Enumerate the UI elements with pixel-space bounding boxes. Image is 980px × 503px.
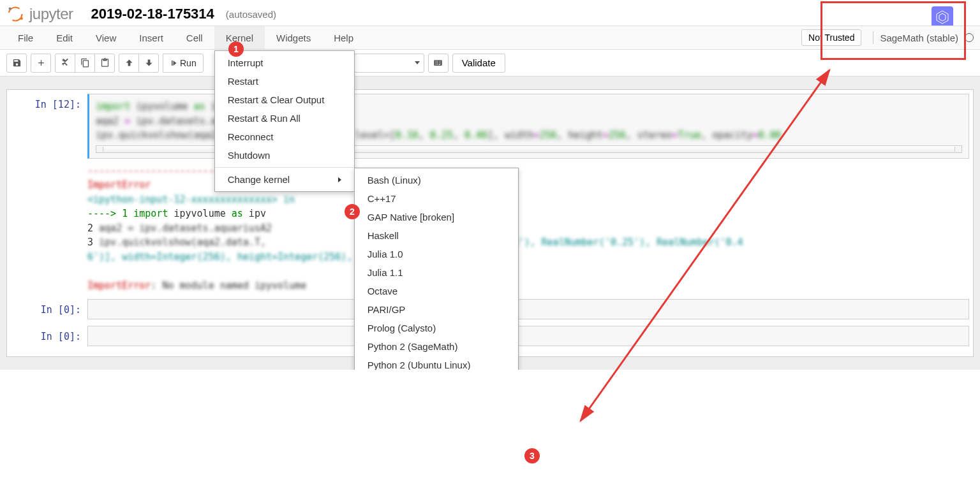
kernel-option[interactable]: Julia 1.0: [355, 245, 518, 263]
move-down-button[interactable]: [138, 54, 159, 73]
kernel-option[interactable]: Octave: [355, 282, 518, 300]
code-editor[interactable]: [87, 299, 969, 319]
run-label: Run: [180, 58, 197, 68]
kernel-restart-clear[interactable]: Restart & Clear Output: [215, 91, 354, 109]
command-palette-button[interactable]: [428, 54, 449, 73]
kernel-option[interactable]: Bash (Linux): [355, 171, 518, 189]
menu-view[interactable]: View: [84, 26, 128, 49]
copy-icon: [80, 58, 90, 68]
cell-type-select[interactable]: [354, 54, 424, 73]
paste-icon: [100, 58, 110, 68]
chevron-right-icon: [338, 177, 341, 182]
dropdown-separator: [215, 167, 354, 168]
run-button[interactable]: Run: [163, 54, 204, 73]
kernel-option[interactable]: PARI/GP: [355, 300, 518, 319]
save-button[interactable]: [6, 54, 27, 73]
run-group: Run: [163, 54, 204, 73]
input-prompt: In [12]:: [11, 94, 87, 293]
chevron-down-icon: [415, 61, 420, 64]
cut-button[interactable]: [55, 54, 75, 73]
kernel-option[interactable]: GAP Native [broken]: [355, 208, 518, 226]
menu-edit[interactable]: Edit: [45, 26, 84, 49]
add-cell-button[interactable]: [31, 54, 51, 73]
annotation-badge-1: 1: [228, 41, 244, 57]
run-icon: [170, 59, 177, 67]
kernel-option[interactable]: Python 2 (Ubuntu Linux): [355, 356, 518, 370]
menu-widgets[interactable]: Widgets: [265, 26, 322, 49]
move-group: [119, 54, 159, 73]
svg-point-2: [20, 17, 23, 20]
annotation-redbox: [820, 1, 966, 60]
kernel-option[interactable]: Haskell: [355, 226, 518, 245]
validate-button[interactable]: Validate: [452, 54, 505, 73]
kernel-option[interactable]: C++17: [355, 189, 518, 208]
arrow-up-icon: [124, 58, 134, 68]
input-prompt: In [0]:: [11, 299, 87, 319]
kernel-restart-run-all[interactable]: Restart & Run All: [215, 109, 354, 128]
brand-text: jupyter: [29, 5, 73, 23]
menu-kernel-label: Kernel: [226, 33, 253, 43]
menu-insert[interactable]: Insert: [128, 26, 175, 49]
annotation-badge-2: 2: [345, 204, 360, 219]
menu-help[interactable]: Help: [322, 26, 365, 49]
copy-button[interactable]: [75, 54, 95, 73]
kernel-dropdown: Interrupt Restart Restart & Clear Output…: [214, 50, 355, 192]
kernel-option[interactable]: Python 2 (SageMath): [355, 337, 518, 356]
keyboard-icon: [433, 58, 443, 68]
change-kernel-label: Change kernel: [228, 174, 290, 185]
svg-point-1: [9, 8, 11, 10]
cut-icon: [61, 58, 70, 68]
kernel-change-kernel[interactable]: Change kernel Bash (Linux) C++17 GAP Nat…: [215, 170, 354, 189]
autosaved-label: (autosaved): [226, 9, 276, 20]
paste-button[interactable]: [94, 54, 115, 73]
move-up-button[interactable]: [119, 54, 139, 73]
menu-file[interactable]: File: [6, 26, 45, 49]
plus-icon: [36, 58, 46, 68]
logo-group: jupyter: [6, 5, 73, 23]
kernel-option[interactable]: Prolog (Calysto): [355, 319, 518, 337]
code-editor[interactable]: [87, 326, 969, 346]
edit-group: [55, 54, 115, 73]
kernel-option[interactable]: Julia 1.1: [355, 263, 518, 282]
jupyter-logo-icon: [6, 5, 24, 23]
output-visible: ----> 1 import ipyvolume as ipv 2 aqa2 =…: [87, 207, 969, 293]
kernel-status-icon: [965, 33, 974, 42]
arrow-down-icon: [144, 58, 154, 68]
kernel-restart[interactable]: Restart: [215, 72, 354, 91]
notebook-name[interactable]: 2019-02-18-175314: [91, 6, 214, 22]
kernel-shutdown[interactable]: Shutdown: [215, 146, 354, 164]
kernel-reconnect[interactable]: Reconnect: [215, 128, 354, 146]
menu-cell[interactable]: Cell: [175, 26, 214, 49]
save-icon: [12, 58, 22, 68]
change-kernel-submenu: Bash (Linux) C++17 GAP Native [broken] H…: [354, 168, 519, 370]
input-prompt: In [0]:: [11, 326, 87, 346]
